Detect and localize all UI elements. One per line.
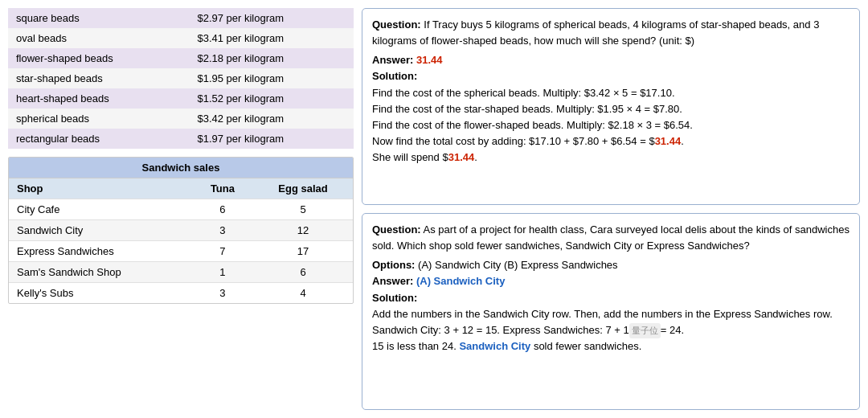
- tuna-count: 3: [192, 220, 253, 241]
- question-box-1: Question: If Tracy buys 5 kilograms of s…: [362, 8, 860, 205]
- answer1-label: Answer:: [372, 54, 413, 66]
- solution2-highlight: Sandwich City: [459, 340, 530, 352]
- right-column: Question: If Tracy buys 5 kilograms of s…: [362, 8, 860, 410]
- bead-price: $1.52 per kilogram: [189, 88, 354, 109]
- shop-name: Kelly's Subs: [9, 283, 192, 304]
- bead-name: spherical beads: [8, 109, 189, 129]
- answer1-value: 31.44: [416, 54, 443, 66]
- answer2-line: Answer: (A) Sandwich City: [372, 273, 850, 289]
- question2-text: Question: As part of a project for healt…: [372, 222, 850, 254]
- bead-price: $1.97 per kilogram: [189, 129, 354, 149]
- egg-count: 5: [253, 199, 353, 220]
- col-egg: Egg salad: [253, 178, 353, 199]
- sandwich-row: Sandwich City312: [9, 220, 353, 241]
- shop-name: Express Sandwiches: [9, 241, 192, 262]
- bead-name: flower-shaped beads: [8, 48, 189, 68]
- egg-count: 4: [253, 283, 353, 304]
- options2-label: Options:: [372, 259, 415, 271]
- bead-price: $2.18 per kilogram: [189, 48, 354, 68]
- egg-count: 17: [253, 241, 353, 262]
- solution2-line2: Sandwich City: 3 + 12 = 15. Express Sand…: [372, 322, 850, 338]
- question2-label: Question:: [372, 223, 421, 236]
- bead-name: heart-shaped beads: [8, 88, 189, 109]
- tuna-count: 6: [192, 199, 253, 220]
- sandwich-row: Sam's Sandwich Shop16: [9, 262, 353, 283]
- solution1-line5: She will spend $31.44.: [372, 150, 850, 166]
- solution2-label: Solution:: [372, 290, 850, 306]
- question1-body: If Tracy buys 5 kilograms of spherical b…: [372, 18, 819, 47]
- sandwich-sales-container: Sandwich sales Shop Tuna Egg salad City …: [8, 157, 354, 304]
- tuna-count: 1: [192, 262, 253, 283]
- options2-line: Options: (A) Sandwich City (B) Express S…: [372, 257, 850, 273]
- answer2-label: Answer:: [372, 275, 413, 287]
- beads-table: square beads$2.97 per kilogramoval beads…: [8, 8, 354, 149]
- left-column: square beads$2.97 per kilogramoval beads…: [8, 8, 354, 410]
- question1-text: Question: If Tracy buys 5 kilograms of s…: [372, 17, 850, 49]
- solution1-line3: Find the cost of the flower-shaped beads…: [372, 117, 850, 133]
- answer2-value: (A) Sandwich City: [416, 275, 506, 287]
- sandwich-table: Shop Tuna Egg salad City Cafe65Sandwich …: [9, 178, 353, 303]
- question1-label: Question:: [372, 18, 421, 31]
- beads-row: spherical beads$3.42 per kilogram: [8, 109, 354, 129]
- sandwich-title: Sandwich sales: [9, 158, 353, 178]
- bead-price: $1.95 per kilogram: [189, 68, 354, 88]
- solution2-line1: Add the numbers in the Sandwich City row…: [372, 306, 850, 322]
- answer1-line: Answer: 31.44: [372, 52, 850, 68]
- egg-count: 6: [253, 262, 353, 283]
- shop-name: Sam's Sandwich Shop: [9, 262, 192, 283]
- question-box-2: Question: As part of a project for healt…: [362, 213, 860, 410]
- tuna-count: 3: [192, 283, 253, 304]
- bead-name: square beads: [8, 8, 189, 28]
- solution1-label: Solution:: [372, 68, 850, 84]
- tuna-count: 7: [192, 241, 253, 262]
- col-tuna: Tuna: [192, 178, 253, 199]
- shop-name: City Cafe: [9, 199, 192, 220]
- sandwich-row: Express Sandwiches717: [9, 241, 353, 262]
- sandwich-row: City Cafe65: [9, 199, 353, 220]
- col-shop: Shop: [9, 178, 192, 199]
- beads-row: square beads$2.97 per kilogram: [8, 8, 354, 28]
- solution2-line3: 15 is less than 24. Sandwich City sold f…: [372, 338, 850, 354]
- bead-price: $2.97 per kilogram: [189, 8, 354, 28]
- bead-price: $3.42 per kilogram: [189, 109, 354, 129]
- beads-row: flower-shaped beads$2.18 per kilogram: [8, 48, 354, 68]
- bead-price: $3.41 per kilogram: [189, 28, 354, 48]
- solution1-line4: Now find the total cost by adding: $17.1…: [372, 133, 850, 150]
- beads-row: rectangular beads$1.97 per kilogram: [8, 129, 354, 149]
- options2-text: (A) Sandwich City (B) Express Sandwiches: [418, 259, 618, 271]
- solution1-line1: Find the cost of the spherical beads. Mu…: [372, 85, 850, 101]
- watermark: 量子位: [629, 323, 661, 338]
- beads-row: oval beads$3.41 per kilogram: [8, 28, 354, 48]
- shop-name: Sandwich City: [9, 220, 192, 241]
- bead-name: rectangular beads: [8, 129, 189, 149]
- egg-count: 12: [253, 220, 353, 241]
- bead-name: oval beads: [8, 28, 189, 48]
- sandwich-row: Kelly's Subs34: [9, 283, 353, 304]
- question2-body: As part of a project for health class, C…: [372, 223, 850, 252]
- beads-row: star-shaped beads$1.95 per kilogram: [8, 68, 354, 88]
- solution1-line2: Find the cost of the star-shaped beads. …: [372, 101, 850, 117]
- beads-row: heart-shaped beads$1.52 per kilogram: [8, 88, 354, 109]
- bead-name: star-shaped beads: [8, 68, 189, 88]
